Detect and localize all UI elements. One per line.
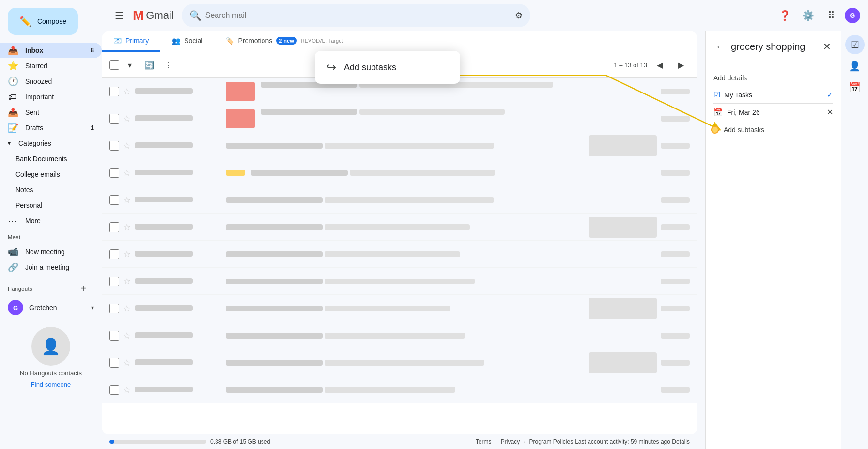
add-details-button[interactable]: Add details [713,70,833,86]
email-checkbox[interactable] [109,195,119,205]
refresh-button[interactable]: 🔄 [140,56,158,74]
compose-button[interactable]: ✏️ Compose [8,8,78,35]
support-button[interactable]: ❓ [775,6,794,25]
tab-primary-icon: 📧 [113,37,122,45]
email-checkbox[interactable] [109,222,119,232]
sidebar-item-more[interactable]: ⋯ More [0,213,102,229]
email-checkbox[interactable] [109,168,119,178]
email-row[interactable]: ☆ [102,322,698,349]
email-row[interactable]: ☆ [102,349,698,376]
task-subtask-row[interactable]: ↪ Add subtasks [713,121,833,138]
apps-button[interactable]: ⠿ [822,6,841,25]
more-options-button[interactable]: ⋮ [160,56,177,74]
star-icon[interactable]: ☆ [123,357,131,368]
task-panel-close-button[interactable]: ✕ [821,39,833,54]
sidebar-item-inbox[interactable]: 📥 Inbox 8 [0,43,102,58]
sidebar-item-starred[interactable]: ⭐ Starred [0,58,102,74]
email-checkbox[interactable] [109,385,119,395]
email-row[interactable]: ☆ [102,268,698,295]
sidebar-item-new-meeting[interactable]: 📹 New meeting [0,244,102,260]
add-hangout-button[interactable]: + [73,281,94,296]
new-meeting-icon: 📹 [8,247,17,257]
email-row[interactable]: ☆ [102,376,698,403]
star-icon[interactable]: ☆ [123,330,131,341]
email-sender [135,305,222,312]
star-icon[interactable]: ☆ [123,249,131,260]
storage-text: 0.38 GB of 15 GB used [210,438,270,445]
search-bar[interactable]: 🔍 ⚙ [182,4,530,27]
email-row[interactable]: ☆ [102,105,698,132]
program-policies-link[interactable]: Program Policies [529,438,573,445]
email-row[interactable]: ☆ [102,132,698,159]
privacy-link[interactable]: Privacy [501,438,520,445]
tab-social-icon: 👥 [172,37,180,45]
email-row[interactable]: ☆ [102,241,698,268]
footer-activity: Last account activity: 59 minutes ago De… [575,438,690,445]
star-icon[interactable]: ☆ [123,86,131,97]
star-icon[interactable]: ☆ [123,113,131,124]
sidebar-item-drafts[interactable]: 📝 Drafts 1 [0,120,102,136]
search-tune-icon[interactable]: ⚙ [515,10,523,21]
star-icon[interactable]: ☆ [123,222,131,232]
hangouts-avatar: G [8,300,23,315]
task-panel-back-button[interactable]: ← [713,39,727,54]
sidebar-item-join-meeting[interactable]: 🔗 Join a meeting [0,260,102,275]
tab-primary[interactable]: 📧 Primary [102,31,160,52]
sidebar-item-important[interactable]: 🏷 Important [0,89,102,105]
prev-page-button[interactable]: ◀ [651,56,668,74]
task-date-close-button[interactable]: ✕ [827,108,833,117]
sidebar-item-snoozed[interactable]: 🕐 Snoozed [0,74,102,89]
sidebar-item-personal[interactable]: Personal [0,198,102,213]
email-tabs: 📧 Primary 👥 Social 🏷️ Promotions 2 new R… [102,31,698,52]
email-checkbox[interactable] [109,249,119,259]
task-detail: Add details ☑ My Tasks ✓ 📅 Fri, Mar 26 ✕… [706,62,841,449]
select-all-dropdown[interactable]: ▾ [121,56,139,74]
tasks-side-button[interactable]: ☑ [845,35,865,54]
email-row[interactable]: ☆ [102,186,698,214]
email-row[interactable]: ☆ [102,214,698,241]
email-body [226,197,657,203]
calendar-side-button[interactable]: 📅 [845,77,865,97]
email-checkbox[interactable] [109,141,119,151]
tab-promotions[interactable]: 🏷️ Promotions 2 new REVOLVE, Target [214,31,355,52]
email-body [226,387,657,393]
star-icon[interactable]: ☆ [123,140,131,151]
separator1: · [495,438,496,445]
task-panel: ← grocery shopping ✕ Add details ☑ My Ta… [705,31,841,449]
categories-section[interactable]: ▾ Categories [0,136,102,151]
email-checkbox[interactable] [109,277,119,286]
email-checkbox[interactable] [109,331,119,341]
email-body [226,143,585,149]
email-body [226,170,657,176]
email-checkbox[interactable] [109,304,119,313]
terms-link[interactable]: Terms [476,438,492,445]
tab-social[interactable]: 👥 Social [160,31,214,52]
star-icon[interactable]: ☆ [123,195,131,205]
email-checkbox[interactable] [109,114,119,124]
email-sender [135,386,222,394]
search-input[interactable] [205,11,511,20]
next-page-button[interactable]: ▶ [672,56,690,74]
task-list-row[interactable]: ☑ My Tasks ✓ [713,86,833,104]
details-link[interactable]: Details [672,438,690,445]
email-sender [135,250,222,258]
find-someone-link[interactable]: Find someone [31,381,71,388]
sidebar-item-sent[interactable]: 📤 Sent [0,105,102,120]
settings-button[interactable]: ⚙️ [798,6,818,25]
contacts-side-button[interactable]: 👤 [845,56,865,76]
hamburger-button[interactable]: ☰ [109,6,129,25]
star-icon[interactable]: ☆ [123,385,131,395]
email-checkbox[interactable] [109,358,119,368]
star-icon[interactable]: ☆ [123,303,131,314]
account-avatar[interactable]: G [845,8,860,23]
sidebar-item-college-emails[interactable]: College emails [0,167,102,182]
star-icon[interactable]: ☆ [123,276,131,287]
select-all-checkbox[interactable] [109,60,119,70]
email-row[interactable]: ☆ [102,159,698,186]
email-checkbox[interactable] [109,87,119,96]
email-row[interactable]: ☆ [102,295,698,322]
sidebar-item-notes[interactable]: Notes [0,182,102,198]
sidebar-item-bank-documents[interactable]: Bank Documents [0,151,102,167]
star-icon[interactable]: ☆ [123,168,131,178]
hangouts-user[interactable]: G Gretchen ▾ [0,298,102,317]
